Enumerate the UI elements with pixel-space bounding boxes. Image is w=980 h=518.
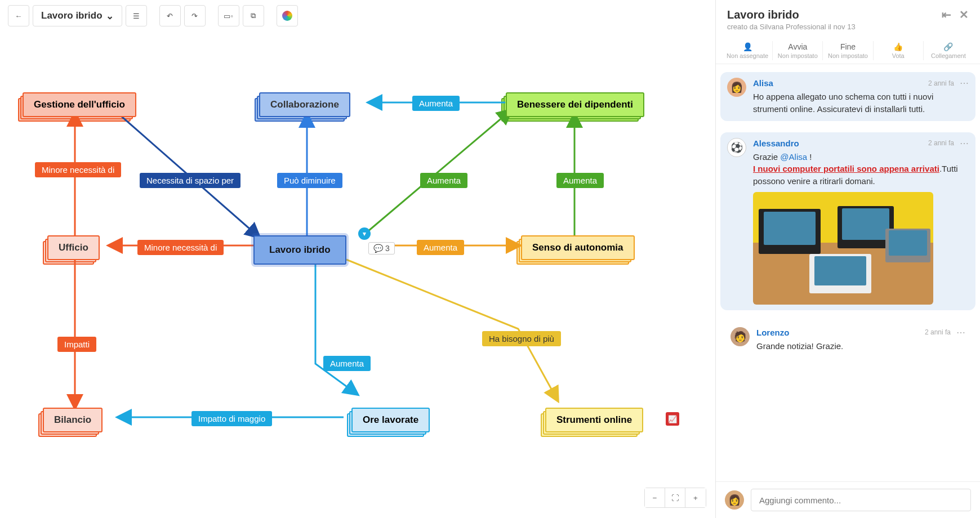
comment-input[interactable] [751, 489, 971, 511]
node-ore[interactable]: Ore lavorate [351, 408, 430, 432]
tab-end[interactable]: FineNon impostato [823, 41, 873, 60]
comment-item[interactable]: 👩 Alisa2 anni fa⋯ Ho appena allegato uno… [720, 72, 975, 121]
node-indicator[interactable]: ▾ [358, 227, 371, 240]
theme-button[interactable] [277, 5, 298, 26]
node-strumenti[interactable]: Strumenti online [545, 408, 643, 432]
node-bilancio[interactable]: Bilancio [43, 408, 103, 432]
svg-line-10 [108, 105, 259, 237]
label: Necessita di spazio per [140, 173, 240, 188]
node-center[interactable]: Lavoro ibrido [253, 235, 346, 265]
label: Aumenta [417, 240, 464, 255]
label: Minore necessità di [35, 162, 121, 177]
more-icon[interactable]: ⋯ [956, 327, 965, 338]
close-icon[interactable]: ✕ [959, 8, 969, 21]
node-collab[interactable]: Collaborazione [259, 92, 350, 117]
zoom-controls: − ⛶ + [644, 488, 706, 508]
image-attachment[interactable] [753, 192, 933, 305]
comment-item[interactable]: ⚽ Alessandro2 anni fa⋯ Grazie @Alisa ! I… [720, 132, 975, 310]
comment-count-badge[interactable]: 💬3 [368, 242, 395, 254]
attachment-icon[interactable]: 📈 [666, 412, 679, 426]
comments-sidebar: Lavoro ibrido ⇤ ✕ creato da Silvana Prof… [715, 0, 980, 518]
tab-assignee[interactable]: 👤Non assegnate [723, 41, 773, 60]
mention[interactable]: @Alisa [780, 152, 807, 162]
zoom-fit-button[interactable]: ⛶ [665, 488, 685, 507]
comment-input-bar: 👩 [716, 481, 980, 518]
zoom-in-button[interactable]: + [685, 488, 706, 507]
comments-list: 👩 Alisa2 anni fa⋯ Ho appena allegato uno… [716, 64, 980, 481]
collapse-icon[interactable]: ⇤ [942, 8, 951, 21]
tab-vote[interactable]: 👍Vota [874, 41, 924, 60]
label: Può diminuire [277, 173, 342, 188]
mindmap-canvas[interactable]: Gestione dell'ufficio Ufficio Bilancio C… [0, 32, 715, 518]
node-benessere[interactable]: Benessere dei dipendenti [506, 92, 644, 117]
avatar: 👩 [725, 490, 744, 510]
label: Aumenta [412, 96, 460, 111]
layout-button-1[interactable]: ▭◦ [218, 5, 239, 26]
redo-button[interactable]: ↷ [184, 5, 206, 26]
sidebar-title: Lavoro ibrido [727, 8, 799, 21]
node-senso[interactable]: Senso di autonomia [521, 235, 635, 260]
more-icon[interactable]: ⋯ [960, 138, 969, 149]
label: Aumenta [323, 356, 371, 371]
zoom-out-button[interactable]: − [645, 488, 665, 507]
sidebar-tabs: 👤Non assegnate AvviaNon impostato FineNo… [716, 37, 980, 64]
label: Minore necessità di [137, 240, 224, 255]
more-icon[interactable]: ⋯ [960, 78, 969, 88]
layout-button-2[interactable]: ⧉ [243, 5, 264, 26]
undo-button[interactable]: ↶ [159, 5, 181, 26]
comment-item[interactable]: 🧑 Lorenzo2 anni fa⋯ Grande notizia! Graz… [724, 321, 972, 358]
label: Impatti [57, 337, 96, 352]
node-gestione[interactable]: Gestione dell'ufficio [23, 92, 136, 117]
avatar: 🧑 [730, 327, 750, 346]
node-ufficio[interactable]: Ufficio [47, 235, 100, 260]
label: Aumenta [556, 173, 604, 188]
label: Ha bisogno di più [482, 331, 561, 346]
tab-links[interactable]: 🔗Collegament [924, 41, 973, 60]
inline-link[interactable]: I nuovi computer portatili sono appena a… [753, 164, 939, 173]
sidebar-subtitle: creato da Silvana Professional il nov 13 [727, 23, 969, 31]
tab-start[interactable]: AvviaNon impostato [773, 41, 823, 60]
menu-button[interactable]: ☰ [126, 5, 147, 26]
avatar: ⚽ [727, 138, 746, 157]
map-title-dropdown[interactable]: Lavoro ibrido⌄ [33, 5, 122, 26]
label: Impatto di maggio [191, 411, 272, 426]
back-button[interactable]: ← [8, 5, 29, 26]
label: Aumenta [420, 173, 467, 188]
avatar: 👩 [727, 78, 746, 97]
